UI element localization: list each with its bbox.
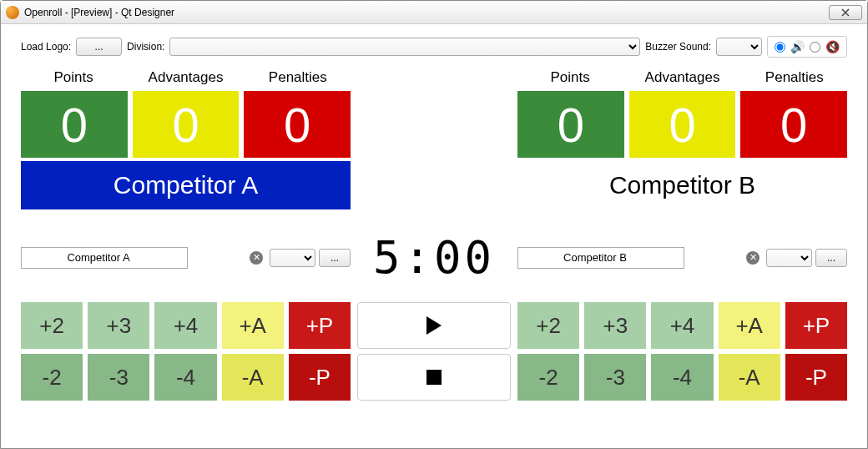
plusA-a[interactable]: +A xyxy=(222,302,284,349)
sound-radio-group: 🔊 🔇 xyxy=(767,36,847,58)
minusP-b[interactable]: -P xyxy=(785,354,847,401)
minus-row-b: -2 -3 -4 -A -P xyxy=(517,354,847,401)
penalties-a: 0 xyxy=(244,91,351,158)
division-select[interactable] xyxy=(169,38,640,56)
play-icon xyxy=(426,316,442,335)
plus2-a[interactable]: +2 xyxy=(21,302,83,349)
play-button[interactable] xyxy=(357,302,511,349)
plus4-a[interactable]: +4 xyxy=(154,302,216,349)
headers-b: Points Advantages Penalties xyxy=(517,69,847,91)
scores-a: 0 0 0 xyxy=(21,91,351,158)
minus3-a[interactable]: -3 xyxy=(88,354,149,401)
mid-row: ✕ ... 5:00 ✕ ... xyxy=(21,224,847,290)
content: Load Logo: ... Division: Buzzer Sound: 🔊… xyxy=(1,24,867,416)
plusA-b[interactable]: +A xyxy=(719,302,780,349)
load-logo-label: Load Logo: xyxy=(21,41,71,53)
score-buttons: +2 +3 +4 +A +P -2 -3 -4 -A -P xyxy=(21,302,847,401)
input-wrap-a: ✕ xyxy=(21,247,266,269)
minus4-b[interactable]: -4 xyxy=(651,354,713,401)
more-button-b[interactable]: ... xyxy=(815,249,847,267)
input-group-b: ✕ ... xyxy=(517,247,847,269)
window-title: Openroll - [Preview] - Qt Designer xyxy=(24,7,829,18)
penalties-header-a: Penalties xyxy=(245,69,351,91)
minus-row-a: -2 -3 -4 -A -P xyxy=(21,354,351,401)
side-b: Points Advantages Penalties 0 0 0 Compet… xyxy=(517,69,847,209)
clear-a-button[interactable]: ✕ xyxy=(250,251,263,265)
competitor-b-input[interactable] xyxy=(517,247,684,269)
input-wrap-b: ✕ xyxy=(517,247,763,269)
plus-row-b: +2 +3 +4 +A +P xyxy=(517,302,847,349)
close-icon xyxy=(841,8,850,17)
side-a: Points Advantages Penalties 0 0 0 Compet… xyxy=(21,69,351,209)
flag-select-b[interactable] xyxy=(766,249,812,267)
stop-button[interactable] xyxy=(357,354,511,401)
buttons-a: +2 +3 +4 +A +P -2 -3 -4 -A -P xyxy=(21,302,351,401)
minus2-a[interactable]: -2 xyxy=(21,354,83,401)
plus4-b[interactable]: +4 xyxy=(651,302,713,349)
penalties-header-b: Penalties xyxy=(742,69,847,91)
minus4-a[interactable]: -4 xyxy=(154,354,216,401)
points-header-a: Points xyxy=(21,69,126,91)
name-banner-b: Competitor B xyxy=(517,161,847,209)
minus2-b[interactable]: -2 xyxy=(517,354,579,401)
division-label: Division: xyxy=(127,41,164,53)
app-window: Openroll - [Preview] - Qt Designer Load … xyxy=(0,0,868,449)
plus3-b[interactable]: +3 xyxy=(584,302,646,349)
timer: 5:00 xyxy=(351,224,517,290)
points-b: 0 xyxy=(517,91,624,158)
points-a: 0 xyxy=(21,91,128,158)
clear-b-button[interactable]: ✕ xyxy=(746,251,760,265)
scoreboards: Points Advantages Penalties 0 0 0 Compet… xyxy=(21,69,847,209)
center-buttons xyxy=(357,302,511,401)
buzzer-label: Buzzer Sound: xyxy=(645,41,711,53)
sound-on-radio[interactable] xyxy=(775,42,785,53)
headers-a: Points Advantages Penalties xyxy=(21,69,351,91)
advantages-a: 0 xyxy=(133,91,240,158)
scores-b: 0 0 0 xyxy=(517,91,847,158)
minus3-b[interactable]: -3 xyxy=(584,354,646,401)
plusP-a[interactable]: +P xyxy=(289,302,351,349)
flag-select-a[interactable] xyxy=(270,249,315,267)
sound-off-icon: 🔇 xyxy=(825,40,840,53)
input-group-a: ✕ ... xyxy=(21,247,351,269)
plusP-b[interactable]: +P xyxy=(785,302,847,349)
minusA-a[interactable]: -A xyxy=(222,354,284,401)
more-button-a[interactable]: ... xyxy=(319,249,351,267)
app-icon xyxy=(6,6,19,19)
stop-icon xyxy=(426,370,442,385)
penalties-b: 0 xyxy=(740,91,847,158)
sound-off-radio[interactable] xyxy=(810,42,820,53)
advantages-header-a: Advantages xyxy=(133,69,238,91)
points-header-b: Points xyxy=(517,69,623,91)
sound-on-icon: 🔊 xyxy=(790,40,805,53)
buzzer-select[interactable] xyxy=(716,38,762,56)
close-button[interactable] xyxy=(829,5,862,20)
advantages-b: 0 xyxy=(629,91,736,158)
competitor-a-input[interactable] xyxy=(21,247,188,269)
plus3-a[interactable]: +3 xyxy=(88,302,149,349)
titlebar: Openroll - [Preview] - Qt Designer xyxy=(1,1,867,24)
close-icon: ✕ xyxy=(749,252,757,263)
buttons-b: +2 +3 +4 +A +P -2 -3 -4 -A -P xyxy=(517,302,847,401)
name-banner-a: Competitor A xyxy=(21,161,351,209)
top-toolbar: Load Logo: ... Division: Buzzer Sound: 🔊… xyxy=(21,36,847,58)
advantages-header-b: Advantages xyxy=(629,69,734,91)
close-icon: ✕ xyxy=(253,252,260,263)
minusP-a[interactable]: -P xyxy=(289,354,351,401)
plus-row-a: +2 +3 +4 +A +P xyxy=(21,302,351,349)
minusA-b[interactable]: -A xyxy=(719,354,780,401)
plus2-b[interactable]: +2 xyxy=(517,302,579,349)
load-logo-button[interactable]: ... xyxy=(76,38,122,56)
